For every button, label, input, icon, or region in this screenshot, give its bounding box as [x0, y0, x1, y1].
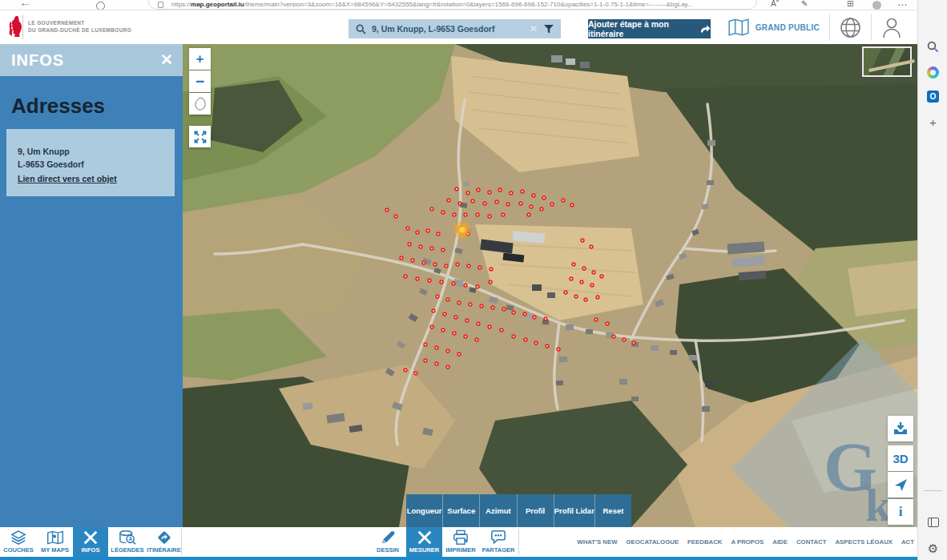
measure-profile-button[interactable]: Profil — [517, 494, 554, 527]
clear-search-icon[interactable]: ✕ — [530, 23, 538, 34]
sidebar-add-icon[interactable]: + — [926, 115, 940, 129]
3d-view-button[interactable]: 3D — [888, 445, 913, 471]
folded-map-icon — [727, 18, 750, 37]
infos-panel: INFOS ✕ Adresses 9, Um Knupp L-9653 Goes… — [0, 44, 183, 527]
printer-icon — [452, 530, 469, 546]
search-input[interactable]: 9, Um Knupp, L-9653 Goesdorf ✕ — [349, 19, 561, 38]
selected-marker-layer — [453, 221, 471, 239]
browser-reload-icon[interactable] — [96, 2, 105, 10]
fullscreen-icon — [194, 131, 207, 143]
map-canvas[interactable]: G k + − 3D i Longueur Surface Azimut Pro… — [183, 44, 917, 527]
minimap-road — [868, 59, 915, 72]
measure-submenu: Longueur Surface Azimut Profil Profil Li… — [406, 494, 631, 527]
address-line2: L-9653 Goesdorf — [18, 158, 175, 171]
audience-label[interactable]: GRAND PUBLIC — [756, 23, 820, 32]
link-whats-new[interactable]: WHAT'S NEW — [577, 538, 617, 546]
close-icon — [82, 530, 99, 546]
address-card: 9, Um Knupp L-9653 Goesdorf Lien direct … — [6, 129, 175, 196]
toolbar-divider — [518, 529, 519, 555]
zoom-out-button[interactable]: − — [189, 71, 211, 92]
sidebar-outlook-icon[interactable]: O — [926, 90, 940, 103]
minus-icon: − — [195, 73, 204, 91]
link-geocatalogue[interactable]: GEOCATALOGUE — [627, 538, 679, 546]
measure-azimut-button[interactable]: Azimut — [479, 494, 516, 527]
toolbar-mesurer-label: MESURER — [409, 546, 440, 554]
toolbar-legendes[interactable]: A LÉGENDES — [108, 527, 147, 557]
map-info-button[interactable]: i — [888, 499, 913, 525]
toolbar-mesurer[interactable]: MESURER — [406, 527, 442, 557]
toolbar-legendes-label: LÉGENDES — [111, 546, 143, 554]
luxembourg-outline-icon — [193, 97, 208, 111]
link-feedback[interactable]: FEEDBACK — [687, 538, 722, 546]
download-button[interactable] — [888, 416, 913, 441]
toolbar-imprimer[interactable]: IMPRIMER — [442, 527, 479, 557]
addresses-section-title: Adresses — [11, 94, 105, 119]
link-aide[interactable]: AIDE — [772, 538, 788, 546]
user-account-icon[interactable] — [881, 16, 902, 38]
sidebar-search-icon[interactable] — [926, 40, 940, 54]
toolbar-infos[interactable]: INFOS — [73, 527, 108, 557]
bottom-accent-strip — [0, 557, 947, 560]
sidebar-panel-icon[interactable] — [926, 515, 940, 529]
fullscreen-button[interactable] — [189, 126, 211, 147]
browser-profile-avatar[interactable] — [872, 1, 881, 10]
toolbar-partager-label: PARTAGER — [482, 546, 515, 554]
toolbar-mymaps[interactable]: MY MAPS — [37, 527, 73, 557]
add-step-button[interactable]: Ajouter étape à mon itinéraire — [588, 19, 711, 38]
legend-icon: A — [118, 530, 137, 546]
measure-reset-button[interactable]: Reset — [594, 494, 631, 527]
link-contact[interactable]: CONTACT — [796, 538, 827, 546]
header-right: GRAND PUBLIC — [727, 10, 913, 44]
language-globe-icon[interactable] — [840, 17, 861, 38]
browser-menu-icon[interactable]: ⋯ — [897, 0, 907, 10]
favorites-icon[interactable]: ✎ — [801, 0, 808, 8]
web-capture-icon[interactable]: ⊞ — [847, 0, 853, 8]
toolbar-couches[interactable]: COUCHES — [0, 527, 37, 557]
page-icon — [158, 2, 163, 8]
measure-lidar-button[interactable]: Profil Lidar — [554, 494, 594, 527]
browser-back-icon[interactable]: ← — [19, 0, 31, 9]
toolbar-infos-label: INFOS — [82, 546, 100, 554]
header-separator — [871, 14, 872, 41]
link-a-propos[interactable]: A PROPOS — [731, 538, 764, 546]
search-icon — [356, 24, 366, 34]
measure-surface-button[interactable]: Surface — [442, 494, 479, 527]
layers-icon — [10, 530, 27, 546]
address-line1: 9, Um Knupp — [18, 145, 175, 158]
full-extent-button[interactable] — [189, 93, 211, 115]
toolbar-itineraire[interactable]: ITINÉRAIRE — [147, 527, 181, 557]
link-aspects-legaux[interactable]: ASPECTS LÉGAUX — [835, 538, 892, 546]
bottom-toolbar: COUCHES MY MAPS INFOS A LÉGENDES ITINÉRA… — [0, 527, 947, 557]
read-aloud-icon[interactable]: A” — [771, 0, 779, 8]
geolocate-button[interactable] — [888, 472, 913, 498]
measure-length-button[interactable]: Longueur — [406, 494, 442, 527]
3d-label: 3D — [893, 452, 908, 465]
toolbar-couches-label: COUCHES — [3, 546, 34, 554]
link-actualites[interactable]: ACT — [901, 538, 914, 546]
url-domain: map.geoportail.lu — [191, 1, 244, 8]
zoom-in-button[interactable]: + — [189, 48, 211, 70]
toolbar-imprimer-label: IMPRIMER — [445, 546, 476, 554]
gov-line2: DU GRAND-DUCHÉ DE LUXEMBOURG — [28, 26, 131, 34]
add-step-label: Ajouter étape à mon itinéraire — [588, 19, 694, 38]
toolbar-itineraire-label: ITINÉRAIRE — [147, 546, 181, 554]
download-icon — [893, 422, 908, 435]
sidebar-divider — [924, 490, 942, 491]
browser-chrome: ← https://map.geoportail.lu/theme/main?v… — [0, 0, 917, 10]
search-value: 9, Um Knupp, L-9653 Goesdorf — [372, 24, 530, 34]
toolbar-mymaps-label: MY MAPS — [41, 546, 69, 554]
edge-sidebar: O + ⚙ — [917, 0, 947, 560]
direct-link[interactable]: Lien direct vers cet objet — [18, 174, 117, 183]
route-icon — [155, 530, 173, 546]
info-icon: i — [899, 504, 903, 520]
logo-divider — [22, 15, 23, 39]
toolbar-dessin[interactable]: DESSIN — [369, 527, 406, 557]
header-separator — [829, 14, 830, 41]
filter-icon[interactable] — [544, 25, 554, 34]
infos-panel-header: INFOS ✕ — [0, 44, 183, 76]
infos-panel-close-icon[interactable]: ✕ — [160, 50, 173, 69]
overview-minimap[interactable] — [862, 46, 912, 77]
sidebar-settings-icon[interactable]: ⚙ — [926, 542, 940, 555]
toolbar-partager[interactable]: PARTAGER — [479, 527, 518, 557]
sidebar-copilot-icon[interactable] — [926, 66, 940, 79]
